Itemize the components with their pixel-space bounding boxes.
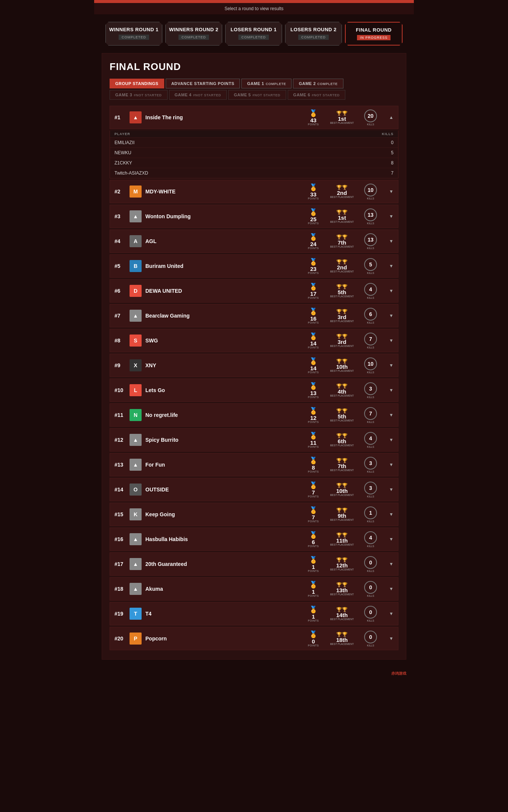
placement-icons: 🏆🏆 — [336, 284, 348, 289]
points-label: POINTS — [308, 570, 319, 572]
kills-stat: 4 KILLS — [361, 531, 380, 547]
points-number: 11 — [310, 440, 317, 446]
team-name: For Fun — [145, 462, 304, 468]
points-number: 13 — [310, 390, 317, 396]
team-rank: #16 — [114, 536, 130, 542]
team-row[interactable]: #6 D DEWA UNITED 🏅 17 POINTS 🏆🏆 5th BEST… — [110, 279, 398, 303]
expand-icon: ▼ — [389, 388, 394, 393]
points-number: 0 — [312, 639, 315, 644]
kills-ring: 0 — [364, 556, 377, 569]
placement-sub: BEST PLACEMENT — [330, 220, 354, 223]
team-rank: #10 — [114, 387, 130, 393]
team-row[interactable]: #7 ▲ Bearclaw Gaming 🏅 16 POINTS 🏆🏆 3rd … — [110, 304, 398, 327]
team-rank: #6 — [114, 288, 130, 294]
kills-sub: KILLS — [367, 545, 374, 547]
points-label: POINTS — [308, 545, 319, 547]
team-row[interactable]: #2 M MDY-WHITE 🏅 33 POINTS 🏆🏆 2nd BEST P… — [110, 180, 398, 203]
team-row[interactable]: #13 ▲ For Fun 🏅 8 POINTS 🏆🏆 7th BEST PLA… — [110, 453, 398, 476]
placement-number: 12th — [336, 563, 348, 568]
kills-stat: 1 KILLS — [361, 506, 380, 523]
points-label: POINTS — [308, 495, 319, 498]
player-name: Z1CKKY — [114, 160, 132, 166]
team-row[interactable]: #18 ▲ Akuma 🏅 1 POINTS 🏆🏆 13th BEST PLAC… — [110, 577, 398, 601]
team-logo: D — [130, 285, 142, 297]
placement-stat: 🏆🏆 5th BEST PLACEMENT — [329, 284, 355, 298]
team-name: Wonton Dumpling — [145, 213, 304, 219]
placement-stat: 🏆🏆 3rd BEST PLACEMENT — [329, 334, 355, 347]
expand-icon: ▼ — [389, 189, 394, 194]
kills-stat: 20 KILLS — [361, 109, 380, 126]
points-icon: 🏅 — [309, 531, 317, 539]
kills-ring: 3 — [364, 457, 377, 470]
team-row[interactable]: #3 ▲ Wonton Dumpling 🏅 25 POINTS 🏆🏆 1st … — [110, 205, 398, 228]
team-stats: 🏅 6 POINTS 🏆🏆 11th BEST PLACEMENT 4 KILL… — [304, 531, 394, 547]
team-row[interactable]: #20 P Popcorn 🏅 0 POINTS 🏆🏆 18th BEST PL… — [110, 627, 398, 650]
player-name: Twitch-ASIAZXD — [114, 170, 148, 176]
team-row[interactable]: #9 X XNY 🏅 14 POINTS 🏆🏆 10th BEST PLACEM… — [110, 354, 398, 377]
team-name: XNY — [145, 362, 304, 368]
team-logo: M — [130, 186, 142, 198]
kills-sub: KILLS — [367, 222, 374, 225]
teams-list: #1 ▲ Inside The ring 🏅 43 POINTS 🏆🏆 1st … — [110, 106, 398, 650]
points-stat: 🏅 24 POINTS — [304, 233, 323, 249]
tab-btn-game-1[interactable]: GAME 1COMPLETE — [241, 79, 291, 88]
team-logo: ▲ — [130, 583, 142, 595]
team-row[interactable]: #4 A AGL 🏅 24 POINTS 🏆🏆 7th BEST PLACEME… — [110, 230, 398, 253]
team-row[interactable]: #10 L Lets Go 🏅 13 POINTS 🏆🏆 4th BEST PL… — [110, 379, 398, 402]
team-row[interactable]: #8 S SWG 🏅 14 POINTS 🏆🏆 3rd BEST PLACEME… — [110, 329, 398, 352]
points-icon: 🏅 — [309, 283, 317, 291]
points-stat: 🏅 11 POINTS — [304, 432, 323, 448]
team-logo: T — [130, 608, 142, 620]
team-row[interactable]: #11 N No regret.life 🏅 12 POINTS 🏆🏆 5th … — [110, 403, 398, 427]
kills-sub: KILLS — [367, 247, 374, 249]
points-number: 33 — [310, 192, 317, 197]
tab-btn-game-2[interactable]: GAME 2COMPLETE — [293, 79, 343, 88]
kills-stat: 3 KILLS — [361, 482, 380, 498]
tab-btn-advance-starting-points[interactable]: ADVANCE STARTING POINTS — [166, 79, 240, 88]
points-number: 7 — [312, 490, 315, 495]
team-stats: 🏅 16 POINTS 🏆🏆 3rd BEST PLACEMENT 6 KILL… — [304, 307, 394, 324]
round-btn-losers-round-2[interactable]: LOSERS ROUND 2 COMPLETED — [285, 22, 342, 46]
team-row[interactable]: #15 K Keep Going 🏅 7 POINTS 🏆🏆 9th BEST … — [110, 503, 398, 526]
team-name: No regret.life — [145, 412, 304, 418]
points-label: POINTS — [308, 644, 319, 647]
kills-ring: 0 — [364, 606, 377, 619]
placement-stat: 🏆🏆 1st BEST PLACEMENT — [329, 210, 355, 223]
team-row[interactable]: #1 ▲ Inside The ring 🏅 43 POINTS 🏆🏆 1st … — [110, 106, 398, 129]
team-stats: 🏅 1 POINTS 🏆🏆 14th BEST PLACEMENT 0 KILL… — [304, 605, 394, 622]
placement-icons: 🏆🏆 — [336, 557, 348, 563]
round-btn-winners-round-2[interactable]: WINNERS ROUND 2 COMPLETED — [165, 22, 222, 46]
placement-icons: 🏆🏆 — [336, 408, 348, 414]
team-row[interactable]: #19 T T4 🏅 1 POINTS 🏆🏆 14th BEST PLACEME… — [110, 602, 398, 625]
tabs-row: GROUP STANDINGSADVANCE STARTING POINTSGA… — [110, 79, 398, 100]
kills-sub: KILLS — [367, 297, 374, 299]
placement-number: 1st — [338, 116, 346, 122]
team-row[interactable]: #5 B Buriram United 🏅 23 POINTS 🏆🏆 2nd B… — [110, 254, 398, 278]
points-label: POINTS — [308, 371, 319, 374]
team-stats: 🏅 7 POINTS 🏆🏆 10th BEST PLACEMENT 3 KILL… — [304, 481, 394, 498]
player-row: Twitch-ASIAZXD 7 — [110, 168, 398, 178]
points-icon: 🏅 — [309, 581, 317, 589]
round-status: COMPLETED — [238, 35, 269, 40]
team-rank: #4 — [114, 238, 130, 244]
team-name: Popcorn — [145, 636, 304, 642]
points-stat: 🏅 13 POINTS — [304, 382, 323, 398]
round-btn-final-round[interactable]: FINAL ROUND IN PROGRESS — [345, 22, 403, 46]
player-name: EMILIAZII — [114, 140, 134, 145]
team-name: MDY-WHITE — [145, 189, 304, 195]
team-row[interactable]: #17 ▲ 20th Guaranteed 🏅 1 POINTS 🏆🏆 12th… — [110, 552, 398, 576]
tab-label: GROUP STANDINGS — [115, 81, 159, 86]
team-row[interactable]: #14 O OUTSIDE 🏅 7 POINTS 🏆🏆 10th BEST PL… — [110, 478, 398, 501]
team-rank: #9 — [114, 362, 130, 368]
team-row[interactable]: #16 ▲ Hasbulla Habibis 🏅 6 POINTS 🏆🏆 11t… — [110, 528, 398, 551]
expand-icon: ▼ — [389, 611, 394, 616]
expand-icon: ▼ — [389, 537, 394, 542]
round-btn-losers-round-1[interactable]: LOSERS ROUND 1 COMPLETED — [225, 22, 282, 46]
points-icon: 🏅 — [309, 506, 317, 514]
placement-icons: 🏆🏆 — [336, 259, 348, 265]
kills-sub: KILLS — [367, 197, 374, 200]
round-btn-winners-round-1[interactable]: WINNERS ROUND 1 COMPLETED — [105, 22, 162, 46]
tab-btn-group-standings[interactable]: GROUP STANDINGS — [110, 79, 164, 88]
team-logo: ▲ — [130, 310, 142, 322]
team-row[interactable]: #12 ▲ Spicy Burrito 🏅 11 POINTS 🏆🏆 6th B… — [110, 428, 398, 452]
